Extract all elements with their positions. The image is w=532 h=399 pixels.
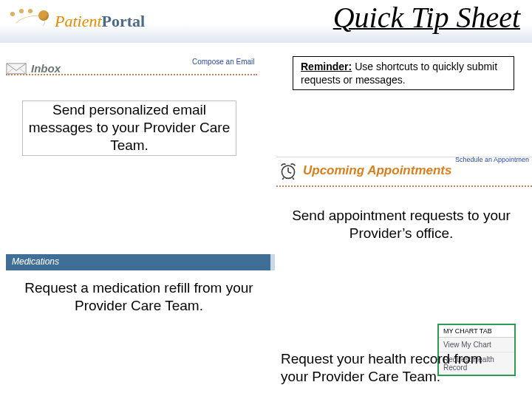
caption-health-record: Request your health record from your Pro… <box>281 350 510 386</box>
svg-marker-0 <box>7 64 26 74</box>
medications-header[interactable]: Medications <box>6 254 275 270</box>
reminder-lead: Reminder: <box>301 61 352 72</box>
my-chart-tab-heading: MY CHART TAB <box>439 325 514 338</box>
upcoming-appointments-widget: Schedule an Appointmen Upcoming Appointm… <box>276 157 532 189</box>
svg-line-5 <box>293 177 294 180</box>
inbox-divider <box>6 74 257 75</box>
schedule-appointment-link[interactable]: Schedule an Appointmen <box>455 156 529 163</box>
caption-inbox: Send personalized email messages to your… <box>22 100 236 156</box>
upcoming-divider <box>276 185 532 187</box>
logo-word-patient: Patient <box>55 12 102 30</box>
app-logo: PatientPortal <box>9 9 145 34</box>
svg-line-4 <box>282 177 284 180</box>
compose-email-link[interactable]: Compose an Email <box>192 58 254 66</box>
caption-appointments: Send appointment requests to your Provid… <box>287 207 516 242</box>
upcoming-appointments-title: Upcoming Appointments <box>303 163 451 178</box>
logo-graphic <box>9 9 52 34</box>
envelope-icon <box>6 61 27 75</box>
page-title: Quick Tip Sheet <box>333 0 520 35</box>
alarm-clock-icon <box>278 162 299 180</box>
reminder-callout: Reminder: Use shortcuts to quickly submi… <box>293 56 514 90</box>
logo-text: PatientPortal <box>55 12 145 31</box>
logo-word-portal: Portal <box>102 12 146 30</box>
inbox-label: Inbox <box>31 62 61 75</box>
page-header: PatientPortal Quick Tip Sheet <box>0 0 532 43</box>
caption-medications: Request a medication refill from your Pr… <box>13 279 265 315</box>
